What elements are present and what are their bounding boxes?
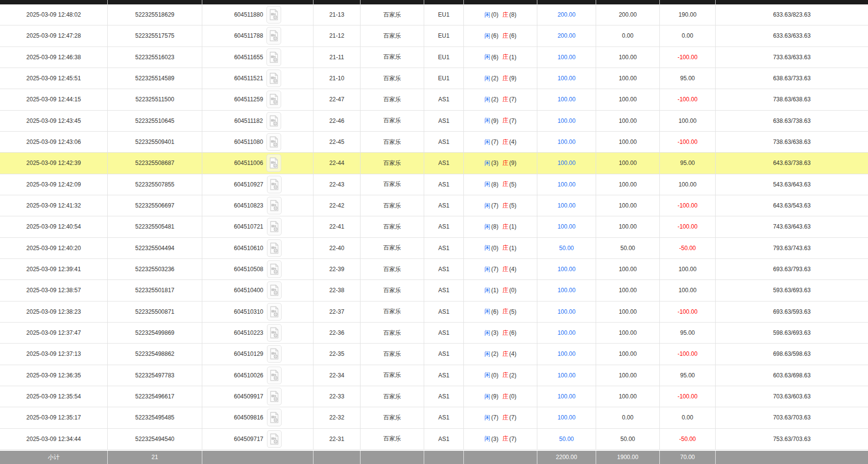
bet-amount-link[interactable]: 100.00 bbox=[537, 323, 596, 343]
subtotal-empty bbox=[202, 451, 313, 464]
subtotal-count: 21 bbox=[108, 451, 202, 464]
video-replay-button[interactable] bbox=[266, 91, 281, 108]
player-points: (2) bbox=[491, 75, 499, 82]
video-replay-button[interactable] bbox=[267, 303, 282, 321]
round-number: 22-32 bbox=[313, 407, 361, 428]
table-code: AS1 bbox=[424, 238, 464, 258]
video-replay-icon bbox=[269, 136, 279, 148]
order-number: 522325500871 bbox=[108, 302, 202, 322]
bet-amount-link[interactable]: 100.00 bbox=[537, 132, 596, 152]
bet-time: 2025-03-09 12:42:39 bbox=[0, 153, 108, 173]
balance-before-after: 593.63/693.63 bbox=[716, 280, 868, 301]
bet-time: 2025-03-09 12:43:06 bbox=[0, 132, 108, 152]
round-number: 22-38 bbox=[313, 280, 361, 301]
game-number: 604510508 bbox=[234, 266, 263, 273]
win-loss: -100.00 bbox=[660, 47, 716, 68]
video-replay-button[interactable] bbox=[266, 112, 281, 130]
game-number-cell: 604510310 bbox=[202, 302, 313, 322]
video-replay-button[interactable] bbox=[266, 133, 281, 151]
video-replay-button[interactable] bbox=[266, 154, 281, 172]
bet-amount-link[interactable]: 100.00 bbox=[537, 174, 596, 195]
video-replay-icon bbox=[269, 433, 279, 445]
round-number: 21-12 bbox=[313, 25, 361, 46]
table-row: 2025-03-09 12:34:44 522325494540 6045097… bbox=[0, 429, 868, 450]
bet-amount-link[interactable]: 100.00 bbox=[537, 68, 596, 89]
player-points: (2) bbox=[491, 96, 499, 103]
bet-amount-link[interactable]: 50.00 bbox=[537, 238, 596, 258]
video-replay-icon bbox=[269, 72, 279, 84]
round-number: 22-45 bbox=[313, 132, 361, 152]
table-code: EU1 bbox=[424, 4, 464, 25]
banker-label: 庄 bbox=[503, 159, 508, 167]
bet-amount-link[interactable]: 100.00 bbox=[537, 153, 596, 173]
bet-amount-link[interactable]: 200.00 bbox=[537, 25, 596, 46]
video-replay-button[interactable] bbox=[266, 48, 281, 66]
valid-amount: 100.00 bbox=[596, 216, 660, 237]
balance-before-after: 738.63/638.63 bbox=[716, 89, 868, 110]
video-replay-button[interactable] bbox=[267, 388, 282, 405]
bet-amount-link[interactable]: 100.00 bbox=[537, 216, 596, 237]
video-replay-button[interactable] bbox=[267, 345, 282, 363]
video-replay-button[interactable] bbox=[267, 260, 282, 278]
bet-amount-link[interactable]: 100.00 bbox=[537, 365, 596, 386]
game-number-cell: 604509917 bbox=[202, 386, 313, 407]
bet-amount-link[interactable]: 50.00 bbox=[537, 429, 596, 449]
subtotal-empty bbox=[716, 451, 868, 464]
player-label: 闲 bbox=[484, 159, 490, 167]
video-replay-button[interactable] bbox=[267, 367, 282, 384]
table-code: AS1 bbox=[424, 302, 464, 322]
banker-label: 庄 bbox=[503, 307, 508, 316]
bet-amount-link[interactable]: 100.00 bbox=[537, 386, 596, 407]
banker-points: (7) bbox=[509, 96, 517, 103]
banker-label: 庄 bbox=[503, 350, 508, 358]
bet-amount-link[interactable]: 100.00 bbox=[537, 195, 596, 216]
order-number: 522325511500 bbox=[108, 89, 202, 110]
valid-amount: 100.00 bbox=[596, 153, 660, 173]
game-result: 闲(7)庄(4) bbox=[464, 132, 537, 152]
video-replay-button[interactable] bbox=[267, 281, 282, 299]
video-replay-button[interactable] bbox=[267, 218, 282, 235]
bet-amount-link[interactable]: 200.00 bbox=[537, 4, 596, 25]
bet-amount-link[interactable]: 100.00 bbox=[537, 89, 596, 110]
game-number-cell: 604510400 bbox=[202, 280, 313, 301]
bet-amount-link[interactable]: 100.00 bbox=[537, 407, 596, 428]
bet-amount-link[interactable]: 100.00 bbox=[537, 111, 596, 131]
win-loss: -100.00 bbox=[660, 195, 716, 216]
bet-amount-link[interactable]: 100.00 bbox=[537, 47, 596, 68]
game-number-cell: 604511655 bbox=[202, 47, 313, 68]
game-number-cell: 604511080 bbox=[202, 132, 313, 152]
round-number: 21-13 bbox=[313, 4, 361, 25]
game-result: 闲(2)庄(4) bbox=[464, 344, 537, 364]
banker-label: 庄 bbox=[503, 329, 508, 337]
table-row: 2025-03-09 12:39:41 522325503236 6045105… bbox=[0, 259, 868, 280]
game-type: 百家乐 bbox=[361, 238, 424, 258]
bet-amount-link[interactable]: 100.00 bbox=[537, 280, 596, 301]
player-label: 闲 bbox=[484, 138, 490, 146]
banker-label: 庄 bbox=[503, 74, 508, 83]
round-number: 22-46 bbox=[313, 111, 361, 131]
player-points: (3) bbox=[491, 329, 499, 336]
banker-points: (7) bbox=[509, 414, 517, 421]
win-loss: -100.00 bbox=[660, 216, 716, 237]
video-replay-button[interactable] bbox=[267, 197, 282, 214]
banker-points: (2) bbox=[509, 372, 517, 379]
bet-amount-link[interactable]: 100.00 bbox=[537, 259, 596, 279]
game-result: 闲(7)庄(5) bbox=[464, 195, 537, 216]
order-number: 522325517575 bbox=[108, 25, 202, 46]
player-points: (6) bbox=[491, 308, 499, 315]
bet-amount-link[interactable]: 100.00 bbox=[537, 302, 596, 322]
bet-amount-link[interactable]: 100.00 bbox=[537, 344, 596, 364]
video-replay-button[interactable] bbox=[266, 70, 281, 87]
video-replay-button[interactable] bbox=[266, 27, 281, 45]
video-replay-button[interactable] bbox=[266, 6, 281, 23]
video-replay-button[interactable] bbox=[267, 239, 282, 257]
banker-label: 庄 bbox=[503, 244, 508, 252]
win-loss: 190.00 bbox=[660, 4, 716, 25]
video-replay-button[interactable] bbox=[267, 409, 282, 426]
video-replay-button[interactable] bbox=[267, 324, 282, 342]
video-replay-button[interactable] bbox=[267, 430, 282, 448]
win-loss: -100.00 bbox=[660, 302, 716, 322]
banker-points: (0) bbox=[509, 393, 517, 400]
video-replay-button[interactable] bbox=[267, 176, 282, 193]
player-label: 闲 bbox=[484, 414, 490, 422]
